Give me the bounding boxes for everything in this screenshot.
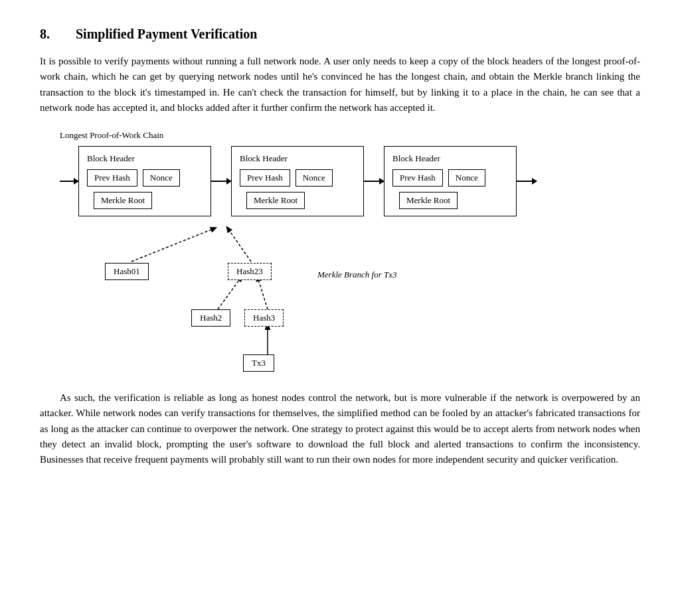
svg-line-1	[228, 228, 251, 262]
end-arrow-line	[517, 181, 537, 182]
block-3-merkle-root-row: Merkle Root	[392, 192, 508, 209]
block-3-header-label: Block Header	[392, 153, 508, 164]
block-3-prev-hash: Prev Hash	[392, 169, 443, 187]
merkle-branch-label: Merkle Branch for Tx3	[317, 270, 397, 280]
connector-2-3	[364, 181, 384, 182]
block-2-nonce: Nonce	[296, 169, 333, 187]
svg-line-2	[218, 277, 241, 309]
block-2-merkle-root: Merkle Root	[246, 192, 305, 209]
block-3-nonce: Nonce	[448, 169, 485, 187]
arrow-line-entry	[60, 181, 78, 182]
tx3-box: Tx3	[243, 354, 274, 372]
entry-arrow	[60, 181, 78, 182]
block-1-merkle-root: Merkle Root	[94, 192, 152, 209]
section-heading: Simplified Payment Verification	[76, 27, 257, 42]
block-2-prev-hash: Prev Hash	[240, 169, 290, 187]
block-3-inner-row: Prev Hash Nonce	[392, 169, 508, 187]
chain-label: Longest Proof-of-Work Chain	[60, 130, 640, 141]
svg-line-3	[258, 277, 268, 309]
connector-line-2-3	[364, 181, 384, 182]
block-1-header-label: Block Header	[87, 153, 203, 164]
hash01-box: Hash01	[105, 263, 149, 280]
block-2: Block Header Prev Hash Nonce Merkle Root	[231, 146, 364, 216]
merkle-tree-svg	[98, 223, 537, 376]
block-1-prev-hash: Prev Hash	[87, 169, 137, 187]
hash23-box: Hash23	[228, 263, 272, 280]
closing-paragraph: As such, the verification is reliable as…	[40, 390, 640, 467]
block-1: Block Header Prev Hash Nonce Merkle Root	[78, 146, 211, 216]
connector-1-2	[211, 181, 231, 182]
block-2-merkle-root-row: Merkle Root	[240, 192, 355, 209]
hash3-box: Hash3	[244, 309, 284, 327]
block-1-inner-row: Prev Hash Nonce	[87, 169, 203, 187]
block-3: Block Header Prev Hash Nonce Merkle Root	[384, 146, 517, 216]
chain-row: Block Header Prev Hash Nonce Merkle Root…	[60, 146, 640, 216]
block-2-inner-row: Prev Hash Nonce	[240, 169, 355, 187]
end-connector	[517, 181, 537, 182]
section-number: 8.	[40, 27, 60, 42]
block-1-nonce: Nonce	[143, 169, 180, 187]
block-1-merkle-root-row: Merkle Root	[87, 192, 203, 209]
block-3-merkle-root: Merkle Root	[399, 192, 458, 209]
svg-line-0	[131, 228, 214, 262]
section-title: 8. Simplified Payment Verification	[40, 27, 640, 42]
merkle-tree-section: Hash01 Hash23 Hash2 Hash3 Tx3 Merkle Bra…	[98, 223, 537, 376]
intro-paragraph: It is possible to verify payments withou…	[40, 54, 640, 116]
hash2-box: Hash2	[191, 309, 230, 327]
block-2-header-label: Block Header	[240, 153, 355, 164]
connector-line-1-2	[211, 181, 231, 182]
diagram-area: Longest Proof-of-Work Chain Block Header…	[60, 130, 640, 376]
